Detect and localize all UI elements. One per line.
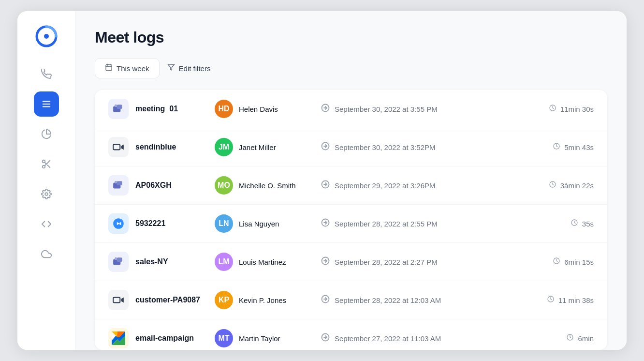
contact-name: Janet Miller	[239, 143, 276, 151]
meeting-duration: 6min 15s	[526, 257, 594, 267]
date-text: September 28, 2022 at 2:55 PM	[335, 220, 438, 228]
sidebar-item-code[interactable]	[34, 211, 59, 237]
svg-rect-28	[117, 181, 122, 185]
svg-marker-23	[121, 145, 123, 150]
contact-name: Lisa Nguyen	[239, 220, 279, 228]
this-week-filter[interactable]: This week	[95, 58, 160, 78]
svg-rect-3	[42, 104, 50, 105]
table-row[interactable]: customer-PA9087 KP Kevin P. Jones Septem…	[95, 281, 607, 319]
svg-point-41	[115, 257, 117, 260]
meeting-name: customer-PA9087	[135, 296, 200, 304]
meeting-date: September 30, 2022 at 3:55 PM	[321, 104, 526, 114]
meeting-duration: 11min 30s	[526, 104, 594, 114]
svg-rect-11	[106, 65, 112, 71]
svg-point-1	[44, 34, 49, 39]
meeting-platform-icon	[108, 290, 129, 310]
app-container: Meet logs This week Edit filters	[17, 11, 627, 350]
meetings-table: meeting_01 HD Helen Davis September 30, …	[95, 90, 607, 350]
meeting-duration: 3àmin 22s	[526, 180, 594, 190]
sidebar-item-list[interactable]	[34, 91, 59, 117]
meeting-platform-icon	[108, 328, 129, 348]
contact-name: Martin Taylor	[239, 334, 280, 343]
meeting-duration: 11 min 38s	[526, 295, 594, 305]
svg-line-9	[44, 162, 46, 164]
svg-rect-4	[42, 106, 50, 107]
meeting-date: September 28, 2022 at 12:03 AM	[321, 295, 526, 305]
app-logo	[35, 25, 58, 48]
meeting-platform-icon	[108, 252, 129, 272]
contact-name: Michelle O. Smith	[239, 181, 296, 190]
meeting-info: email-campaign	[108, 328, 215, 348]
duration-text: 35s	[582, 220, 594, 228]
contact-info: MT Martin Taylor	[215, 329, 321, 347]
meeting-info: customer-PA9087	[108, 290, 215, 310]
meeting-info: meeting_01	[108, 99, 215, 119]
table-row[interactable]: sales-NY LM Louis Martinez September 28,…	[95, 243, 607, 281]
contact-info: JM Janet Miller	[215, 138, 321, 156]
svg-rect-2	[42, 101, 50, 102]
table-row[interactable]: sendinblue JM Janet Miller September 30,…	[95, 128, 607, 166]
arrow-icon	[321, 218, 330, 229]
meeting-info: sales-NY	[108, 252, 215, 272]
svg-marker-46	[121, 298, 123, 303]
duration-text: 6min	[578, 334, 594, 343]
sidebar-item-cloud[interactable]	[34, 241, 59, 267]
edit-filters-label: Edit filters	[179, 64, 211, 73]
calendar-icon	[105, 63, 113, 73]
duration-text: 5min 43s	[564, 143, 594, 151]
duration-text: 11 min 38s	[558, 296, 594, 304]
contact-info: MO Michelle O. Smith	[215, 176, 321, 195]
contact-info: KP Kevin P. Jones	[215, 291, 321, 309]
contact-name: Kevin P. Jones	[239, 296, 286, 304]
table-row[interactable]: 5932221 LN Lisa Nguyen September 28, 202…	[95, 205, 607, 243]
contact-avatar: LM	[215, 253, 233, 271]
svg-marker-15	[168, 64, 174, 70]
meeting-platform-icon	[108, 137, 129, 157]
date-text: September 30, 2022 at 3:52PM	[335, 143, 435, 151]
contact-info: HD Helen Davis	[215, 100, 321, 118]
contact-name: Helen Davis	[239, 105, 278, 113]
contact-avatar: MT	[215, 329, 233, 347]
meeting-date: September 28, 2022 at 2:27 PM	[321, 256, 526, 267]
contact-info: LN Lisa Nguyen	[215, 214, 321, 233]
clock-icon	[571, 219, 578, 228]
meeting-date: September 30, 2022 at 3:52PM	[321, 142, 526, 152]
table-row[interactable]: meeting_01 HD Helen Davis September 30, …	[95, 90, 607, 128]
clock-icon	[547, 295, 555, 305]
filter-icon	[167, 63, 175, 73]
sidebar-item-tools[interactable]	[34, 151, 59, 177]
page-title: Meet logs	[95, 29, 607, 46]
edit-filters-btn[interactable]: Edit filters	[167, 63, 211, 73]
table-row[interactable]: email-campaign MT Martin Taylor Septembe…	[95, 319, 607, 350]
clock-icon	[553, 142, 560, 152]
filter-bar: This week Edit filters	[95, 58, 607, 78]
meeting-name: sales-NY	[135, 257, 168, 266]
arrow-icon	[321, 333, 330, 344]
date-text: September 29, 2022 at 3:26PM	[335, 181, 435, 190]
sidebar	[17, 11, 75, 350]
table-row[interactable]: AP06XGH MO Michelle O. Smith September 2…	[95, 166, 607, 205]
sidebar-item-phone[interactable]	[34, 61, 59, 87]
meeting-name: email-campaign	[135, 334, 194, 343]
meeting-name: meeting_01	[135, 105, 178, 113]
contact-name: Louis Martinez	[239, 258, 286, 266]
contact-avatar: KP	[215, 291, 233, 309]
meeting-name: 5932221	[135, 219, 165, 228]
clock-icon	[566, 333, 574, 343]
contact-avatar: LN	[215, 214, 233, 233]
meeting-duration: 5min 43s	[526, 142, 594, 152]
meeting-info: sendinblue	[108, 137, 215, 157]
clock-icon	[553, 257, 560, 267]
duration-text: 3àmin 22s	[560, 181, 594, 190]
sidebar-item-settings[interactable]	[34, 181, 59, 207]
meeting-info: 5932221	[108, 213, 215, 234]
svg-rect-45	[113, 298, 120, 303]
meeting-name: AP06XGH	[135, 181, 172, 190]
sidebar-item-analytics[interactable]	[34, 121, 59, 147]
meeting-platform-icon	[108, 175, 129, 196]
svg-rect-22	[113, 145, 120, 150]
this-week-label: This week	[117, 64, 149, 73]
date-text: September 28, 2022 at 2:27 PM	[335, 258, 438, 266]
svg-point-10	[45, 193, 48, 196]
svg-point-29	[115, 181, 117, 183]
